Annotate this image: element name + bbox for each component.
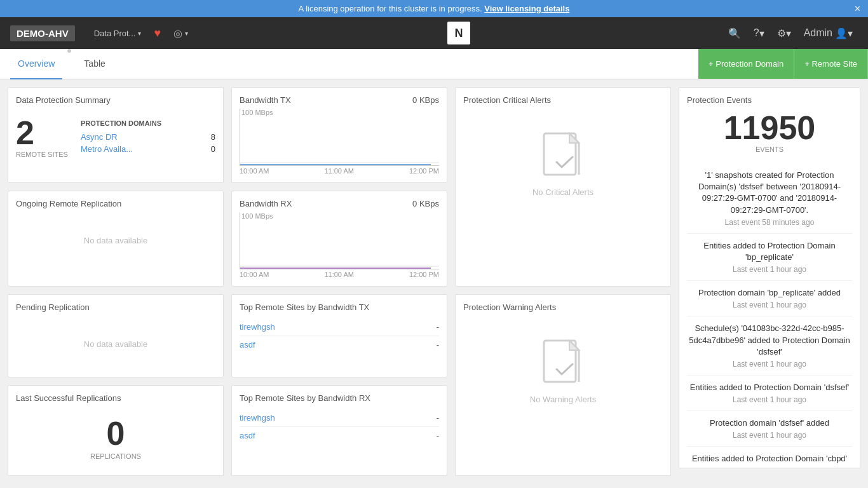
- tab-overview[interactable]: Overview: [10, 49, 62, 79]
- metro-value: 0: [211, 144, 215, 154]
- tab-overview-label: Overview: [18, 58, 55, 69]
- bandwidth-rx-title: Bandwidth RX: [240, 199, 292, 208]
- notification-close-button[interactable]: ×: [855, 3, 860, 15]
- heart-icon: ♥: [154, 27, 161, 40]
- sub-navigation: Overview Table + Protection Domain + Rem…: [0, 49, 868, 79]
- bandwidth-tx-chart-svg: [240, 109, 439, 165]
- admin-label: Admin: [804, 27, 832, 39]
- async-dr-row: Async DR 8: [81, 131, 215, 143]
- bandwidth-rx-x-label-1: 10:00 AM: [240, 271, 269, 278]
- protection-events-card: Protection Events 11950 EVENTS '1' snaps…: [679, 87, 860, 468]
- site-val-2-rx: -: [437, 431, 439, 440]
- site-val-2-tx: -: [437, 340, 439, 349]
- tab-separator: [67, 49, 71, 53]
- bandwidth-tx-x-label-1: 10:00 AM: [240, 167, 269, 175]
- events-count: 11950: [724, 111, 816, 144]
- event-item: Entities added to Protection Domain 'dsf…: [687, 376, 852, 411]
- help-icon: ?: [754, 27, 759, 39]
- help-caret: ▾: [759, 27, 764, 39]
- data-protection-label: Data Prot...: [94, 29, 136, 38]
- svg-marker-5: [569, 341, 579, 350]
- tab-table[interactable]: Table: [76, 49, 112, 79]
- async-dr-label[interactable]: Async DR: [81, 132, 118, 142]
- event-text: Schedule(s) '041083bc-322d-42cc-b985-5dc…: [687, 323, 852, 358]
- bandwidth-tx-x-label-3: 12:00 PM: [409, 167, 439, 175]
- event-text: '1' snapshots created for Protection Dom…: [687, 170, 852, 216]
- bandwidth-tx-x-labels: 10:00 AM 11:00 AM 12:00 PM: [240, 166, 439, 175]
- event-time: Last event 1 hour ago: [687, 466, 852, 468]
- add-remote-site-button[interactable]: + Remote Site: [794, 49, 868, 79]
- ongoing-replication-no-data: No data available: [16, 215, 215, 266]
- list-item: asdf -: [240, 427, 439, 444]
- bandwidth-tx-header: Bandwidth TX 0 KBps: [240, 95, 439, 105]
- bandwidth-rx-y-label: 100 MBps: [240, 212, 275, 220]
- critical-alerts-body: No Critical Alerts: [463, 111, 663, 216]
- events-header: 11950 EVENTS: [687, 111, 852, 153]
- top-bw-tx-card: Top Remote Sites by Bandwidth TX tirewhg…: [231, 294, 447, 377]
- gear-icon: ⚙: [777, 27, 786, 39]
- event-text: Protection domain 'dsfsef' added: [687, 417, 852, 429]
- critical-alerts-title: Protection Critical Alerts: [463, 95, 663, 105]
- admin-menu[interactable]: Admin 👤 ▾: [799, 17, 858, 49]
- site-name-1-rx[interactable]: tirewhgsh: [240, 413, 275, 423]
- data-protection-menu[interactable]: Data Prot... ▾: [88, 17, 148, 49]
- no-critical-alerts-label: No Critical Alerts: [532, 187, 593, 197]
- health-icon-button[interactable]: ♥: [147, 17, 167, 49]
- add-protection-domain-button[interactable]: + Protection Domain: [698, 49, 794, 79]
- top-nav-right: 🔍 ? ▾ ⚙ ▾ Admin 👤 ▾: [723, 17, 858, 49]
- event-item: Protection domain 'dsfsef' added Last ev…: [687, 411, 852, 447]
- critical-alerts-card: Protection Critical Alerts No Critical A…: [455, 87, 671, 287]
- event-time: Last event 1 hour ago: [687, 431, 852, 440]
- nutanix-logo: N: [447, 22, 470, 44]
- notification-link[interactable]: View licensing details: [484, 4, 569, 13]
- last-successful-replications-card: Last Successful Replications 0 REPLICATI…: [8, 385, 224, 476]
- bandwidth-tx-x-label-2: 11:00 AM: [324, 167, 353, 175]
- event-item: Schedule(s) '041083bc-322d-42cc-b985-5dc…: [687, 316, 852, 376]
- metro-row: Metro Availa... 0: [81, 143, 215, 155]
- top-navigation: DEMO-AHV Data Prot... ▾ ♥ ◎ ▾ N 🔍 ? ▾ ⚙ …: [0, 17, 868, 49]
- protection-domains-title: PROTECTION DOMAINS: [81, 119, 215, 127]
- last-successful-body: 0 REPLICATIONS: [16, 409, 215, 468]
- site-name-2-tx[interactable]: asdf: [240, 340, 255, 349]
- remote-sites-count: 2: [16, 116, 68, 149]
- event-time: Last event 1 hour ago: [687, 395, 852, 404]
- site-name-1-tx[interactable]: tirewhgsh: [240, 322, 275, 332]
- subnav-left: Overview Table: [0, 49, 698, 79]
- help-button[interactable]: ? ▾: [749, 17, 770, 49]
- event-item: '1' snapshots created for Protection Dom…: [687, 163, 852, 234]
- main-content: Data Protection Summary 2 REMOTE SITES P…: [0, 79, 868, 484]
- bandwidth-tx-title: Bandwidth TX: [240, 95, 291, 105]
- bandwidth-rx-header: Bandwidth RX 0 KBps: [240, 199, 439, 208]
- no-warning-alerts-label: No Warning Alerts: [530, 395, 596, 404]
- events-list: '1' snapshots created for Protection Dom…: [687, 163, 852, 468]
- summary-body: 2 REMOTE SITES PROTECTION DOMAINS Async …: [16, 111, 215, 163]
- tab-table-label: Table: [84, 58, 105, 69]
- brand-name[interactable]: DEMO-AHV: [10, 25, 75, 41]
- replications-count: 0: [107, 417, 125, 450]
- bandwidth-rx-x-label-2: 11:00 AM: [324, 271, 353, 278]
- event-time: Last event 1 hour ago: [687, 265, 852, 274]
- alerts-menu[interactable]: ◎ ▾: [167, 17, 194, 49]
- notification-text: A licensing operation for this cluster i…: [299, 4, 482, 13]
- bandwidth-tx-y-label: 100 MBps: [240, 109, 275, 116]
- event-time: Last event 58 minutes ago: [687, 218, 852, 227]
- metro-label[interactable]: Metro Availa...: [81, 144, 133, 154]
- last-successful-title: Last Successful Replications: [16, 393, 215, 403]
- pending-replication-title: Pending Replication: [16, 302, 215, 312]
- alerts-caret: ▾: [185, 30, 188, 37]
- top-bw-rx-title: Top Remote Sites by Bandwidth RX: [240, 393, 439, 403]
- bandwidth-rx-value: 0 KBps: [412, 199, 439, 208]
- remote-sites-label: REMOTE SITES: [16, 151, 68, 158]
- site-name-2-rx[interactable]: asdf: [240, 431, 255, 440]
- settings-button[interactable]: ⚙ ▾: [772, 17, 796, 49]
- async-dr-value: 8: [211, 132, 215, 142]
- search-button[interactable]: 🔍: [723, 17, 746, 49]
- alerts-icon: ◎: [173, 27, 182, 39]
- top-bw-rx-card: Top Remote Sites by Bandwidth RX tirewhg…: [231, 385, 447, 476]
- event-time: Last event 1 hour ago: [687, 360, 852, 369]
- top-bw-rx-sites: tirewhgsh - asdf -: [240, 409, 439, 444]
- bandwidth-tx-card: Bandwidth TX 0 KBps 100 MBps 10:00 AM 11…: [231, 87, 447, 183]
- bandwidth-rx-x-label-3: 12:00 PM: [409, 271, 439, 278]
- bandwidth-rx-chart: 100 MBps: [240, 212, 439, 269]
- no-critical-alerts-icon: [538, 130, 588, 187]
